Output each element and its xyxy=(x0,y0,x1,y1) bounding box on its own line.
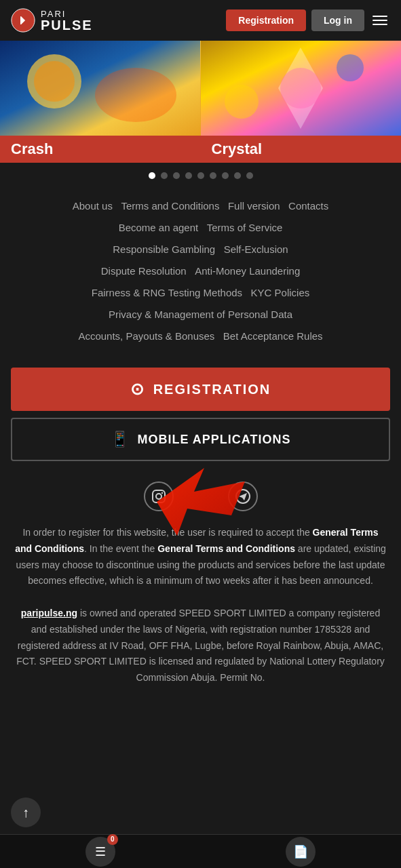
registration-large-button[interactable]: ⊙ REGISTRATION xyxy=(11,368,390,411)
link-self-exclusion[interactable]: Self-Exclusion xyxy=(224,243,288,255)
mobile-apps-label: MOBILE APPLICATIONS xyxy=(138,433,291,447)
logo: ⏵ PARI PULSE xyxy=(11,8,93,33)
game-card-crystal[interactable]: Crystal xyxy=(201,41,402,163)
legal-text-4: is owned and operated SPEED SPORT LIMITE… xyxy=(16,608,385,683)
carousel-dots xyxy=(0,163,401,189)
link-responsible-gambling[interactable]: Responsible Gambling xyxy=(113,243,215,255)
game-card-crash[interactable]: Crash xyxy=(0,41,201,163)
game-card-crash-bg xyxy=(0,41,201,136)
logo-pari: PARI xyxy=(41,9,93,18)
link-accounts-payouts[interactable]: Accounts, Payouts & Bonuses xyxy=(78,330,214,342)
telegram-icon[interactable] xyxy=(228,481,258,511)
document-button[interactable]: 📄 xyxy=(286,837,316,867)
dot-3[interactable] xyxy=(173,172,180,179)
legal-paragraph-1: In order to register for this website, t… xyxy=(14,525,387,589)
game-card-crystal-bg xyxy=(201,41,402,136)
svg-point-13 xyxy=(161,492,162,494)
legal-site-name[interactable]: paripulse.ng xyxy=(21,608,77,618)
link-fairness-rng[interactable]: Fairness & RNG Testing Methods xyxy=(92,287,242,298)
link-become-agent[interactable]: Become an agent xyxy=(119,222,199,233)
dot-2[interactable] xyxy=(161,172,168,179)
instagram-icon[interactable] xyxy=(144,481,174,511)
svg-point-12 xyxy=(156,494,161,499)
link-privacy-management[interactable]: Privacy & Management of Personal Data xyxy=(109,309,292,320)
scroll-up-button[interactable]: ↑ xyxy=(11,797,41,827)
bottom-toolbar: ☰ 0 📄 xyxy=(0,834,401,868)
dot-9[interactable] xyxy=(246,172,253,179)
social-section xyxy=(0,468,401,518)
dot-6[interactable] xyxy=(210,172,216,179)
dot-8[interactable] xyxy=(234,172,241,179)
link-terms-service[interactable]: Terms of Service xyxy=(207,222,283,233)
registration-large-label: REGISTRATION xyxy=(153,382,271,397)
scroll-up-icon: ↑ xyxy=(22,805,29,821)
logo-text: PARI PULSE xyxy=(41,9,93,32)
svg-rect-11 xyxy=(153,490,165,502)
link-anti-money-laundering[interactable]: Anti-Money Laundering xyxy=(195,265,300,277)
legal-text: In order to register for this website, t… xyxy=(0,518,401,693)
counter-button[interactable]: ☰ 0 xyxy=(85,837,115,867)
phone-icon: 📱 xyxy=(111,431,130,448)
logo-pulse: PULSE xyxy=(41,18,93,32)
document-icon: 📄 xyxy=(293,844,308,859)
dot-5[interactable] xyxy=(197,172,204,179)
svg-text:⏵: ⏵ xyxy=(18,14,28,26)
svg-point-4 xyxy=(34,61,75,102)
crystal-game-visual xyxy=(201,41,401,136)
crash-game-visual xyxy=(0,41,200,136)
counter-icon: ☰ xyxy=(95,844,106,859)
registration-arrow-icon: ⊙ xyxy=(130,380,145,399)
link-terms-conditions[interactable]: Terms and Conditions xyxy=(121,200,219,212)
header: ⏵ PARI PULSE Registration Log in xyxy=(0,0,401,41)
menu-line-2 xyxy=(373,20,387,21)
legal-text-1: In order to register for this website, t… xyxy=(22,527,312,538)
mobile-apps-button[interactable]: 📱 MOBILE APPLICATIONS xyxy=(11,418,390,461)
svg-point-5 xyxy=(95,68,176,122)
footer-links: About us Terms and Conditions Full versi… xyxy=(0,189,401,361)
legal-paragraph-2: paripulse.ng is owned and operated SPEED… xyxy=(14,606,387,686)
crash-label: Crash xyxy=(0,136,201,163)
menu-line-1 xyxy=(373,16,387,17)
login-button[interactable]: Log in xyxy=(311,9,364,31)
link-bet-acceptance[interactable]: Bet Acceptance Rules xyxy=(223,330,323,342)
counter-badge: 0 xyxy=(107,834,118,845)
crystal-label: Crystal xyxy=(201,136,402,163)
svg-point-8 xyxy=(280,68,321,108)
social-icons-row xyxy=(0,468,401,518)
menu-button[interactable] xyxy=(370,13,390,28)
game-cards-area: Crash Crystal xyxy=(0,41,401,163)
link-full-version[interactable]: Full version xyxy=(228,200,280,212)
link-about-us[interactable]: About us xyxy=(73,200,113,212)
menu-line-3 xyxy=(373,24,387,25)
dot-1[interactable] xyxy=(149,172,155,179)
dot-7[interactable] xyxy=(222,172,229,179)
legal-text-2: . In the event the xyxy=(84,543,157,554)
link-contacts[interactable]: Contacts xyxy=(288,200,328,212)
logo-icon: ⏵ xyxy=(11,8,35,33)
legal-link-2[interactable]: General Terms and Conditions xyxy=(157,543,295,554)
link-dispute-resolution[interactable]: Dispute Resolution xyxy=(101,265,187,277)
dot-4[interactable] xyxy=(185,172,192,179)
registration-button[interactable]: Registration xyxy=(226,9,306,31)
link-kyc-policies[interactable]: KYC Policies xyxy=(251,287,310,298)
header-buttons: Registration Log in xyxy=(226,9,390,31)
svg-point-9 xyxy=(337,54,364,81)
svg-point-10 xyxy=(225,85,259,119)
